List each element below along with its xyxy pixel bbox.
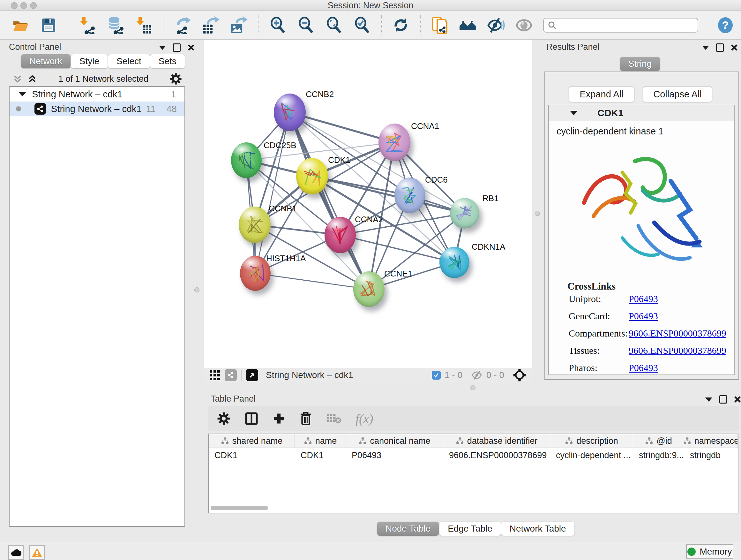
column-header-database-identifier[interactable]: database identifier xyxy=(443,434,550,448)
expand-all-button[interactable]: Expand All xyxy=(569,86,634,102)
panel-menu-icon[interactable] xyxy=(159,46,166,50)
column-header--id[interactable]: @id xyxy=(633,434,684,448)
column-header-name[interactable]: name xyxy=(295,434,346,448)
function-builder-icon[interactable]: f(x) xyxy=(355,411,374,426)
table-cell[interactable]: stringdb xyxy=(684,450,738,460)
right-splitter-handle[interactable] xyxy=(535,211,540,216)
node-table[interactable]: shared namenamecanonical namedatabase id… xyxy=(208,434,738,513)
grid-view-icon[interactable] xyxy=(209,370,220,381)
column-header-namespace[interactable]: namespace xyxy=(684,434,738,448)
tab-sets[interactable]: Sets xyxy=(150,54,185,68)
panel-menu-icon[interactable] xyxy=(702,46,709,50)
horizontal-scrollbar-thumb[interactable] xyxy=(211,506,268,510)
table-cell[interactable]: CDK1 xyxy=(295,450,346,460)
network-node-cdk1[interactable] xyxy=(296,158,328,194)
import-network-file-icon[interactable] xyxy=(78,16,96,34)
panel-close-icon[interactable] xyxy=(188,44,195,51)
network-node-cdc25b[interactable] xyxy=(231,142,262,178)
left-splitter-handle[interactable] xyxy=(194,287,199,293)
horizontal-splitter-handle[interactable] xyxy=(470,385,475,390)
import-table-file-icon[interactable] xyxy=(135,16,152,34)
home-pages-icon[interactable] xyxy=(459,16,477,34)
crosslink-link[interactable]: P06493 xyxy=(629,294,658,304)
column-header-description[interactable]: description xyxy=(550,434,633,448)
show-columns-icon[interactable] xyxy=(245,412,259,426)
tab-select[interactable]: Select xyxy=(108,54,150,68)
tab-network-table[interactable]: Network Table xyxy=(501,522,575,536)
selected-checkbox-icon[interactable] xyxy=(432,371,441,380)
panel-float-icon[interactable] xyxy=(173,44,181,52)
network-node-ccne1[interactable] xyxy=(353,271,385,307)
zoom-out-icon[interactable] xyxy=(297,16,315,34)
hide-results-eye-slash-icon[interactable] xyxy=(487,16,505,34)
help-button[interactable]: ? xyxy=(718,17,733,33)
network-row[interactable]: String Network – cdk1 11 48 xyxy=(10,102,185,116)
export-table-icon[interactable] xyxy=(202,16,219,34)
network-options-gear-icon[interactable] xyxy=(170,73,182,85)
column-header-canonical-name[interactable]: canonical name xyxy=(346,434,443,448)
delete-table-icon[interactable] xyxy=(326,413,341,424)
network-edge[interactable] xyxy=(255,112,290,273)
table-row[interactable]: CDK1CDK1P064939606.ENSP00000378699cyclin… xyxy=(209,448,738,462)
import-network-database-icon[interactable] xyxy=(107,16,125,34)
network-node-ccnb2[interactable] xyxy=(274,94,306,131)
zoom-fit-icon[interactable] xyxy=(325,16,343,34)
export-network-icon[interactable] xyxy=(174,16,192,34)
network-edge[interactable] xyxy=(255,273,369,289)
crosslink-link[interactable]: 9606.ENSP00000378699 xyxy=(629,345,726,356)
network-node-ccna1[interactable] xyxy=(379,124,410,161)
table-cell[interactable]: cyclin-dependent ... xyxy=(550,450,633,460)
table-cell[interactable]: 9606.ENSP00000378699 xyxy=(443,450,550,460)
network-edge[interactable] xyxy=(340,235,455,262)
panel-float-icon[interactable] xyxy=(719,395,727,403)
warning-button[interactable] xyxy=(29,545,45,560)
search-input[interactable] xyxy=(559,20,694,30)
apply-layout-refresh-icon[interactable] xyxy=(392,16,410,34)
table-cell[interactable]: P06493 xyxy=(346,450,443,460)
string-app-icon[interactable] xyxy=(431,16,449,34)
panel-menu-icon[interactable] xyxy=(705,397,712,401)
collapse-all-button[interactable]: Collapse All xyxy=(643,86,712,102)
tree-expander-icon[interactable] xyxy=(18,92,26,97)
detach-view-icon[interactable] xyxy=(246,369,258,381)
memory-button[interactable]: Memory xyxy=(686,544,733,559)
network-node-ccna2[interactable] xyxy=(325,217,356,253)
zoom-in-icon[interactable] xyxy=(269,16,286,34)
panel-close-icon[interactable] xyxy=(731,44,738,51)
table-cell[interactable]: stringdb:9... xyxy=(633,450,684,460)
export-image-icon[interactable] xyxy=(230,16,248,34)
crosslink-link[interactable]: P06493 xyxy=(629,311,658,321)
tab-style[interactable]: Style xyxy=(71,54,108,68)
delete-column-trash-icon[interactable] xyxy=(299,412,312,426)
search-box[interactable] xyxy=(543,18,698,33)
panel-float-icon[interactable] xyxy=(716,44,724,52)
tab-edge-table[interactable]: Edge Table xyxy=(440,522,501,536)
cloud-button[interactable] xyxy=(8,545,23,560)
expand-all-chevron-icon[interactable] xyxy=(27,74,37,84)
network-node-rb1[interactable] xyxy=(450,198,479,229)
tab-node-table[interactable]: Node Table xyxy=(377,522,439,536)
hidden-eye-slash-icon[interactable] xyxy=(472,370,483,380)
table-options-gear-icon[interactable] xyxy=(217,412,230,425)
section-expander-icon[interactable] xyxy=(570,111,578,115)
network-collection-row[interactable]: String Network – cdk1 1 xyxy=(10,87,185,102)
network-icon-badge[interactable] xyxy=(225,369,237,381)
gene-section-header[interactable]: CDK1 xyxy=(549,105,734,121)
network-node-cdc6[interactable] xyxy=(394,178,425,213)
network-node-cdkn1a[interactable] xyxy=(440,247,469,278)
add-column-icon[interactable] xyxy=(273,412,285,425)
network-view-canvas[interactable]: CCNB2CCNA1CDC25BCDK1CDC6RB1CCNB1CCNA2CDK… xyxy=(204,40,532,368)
show-results-eye-icon[interactable] xyxy=(515,16,533,34)
column-header-shared-name[interactable]: shared name xyxy=(209,434,295,448)
collapse-all-chevron-icon[interactable] xyxy=(13,74,22,84)
tab-string-results[interactable]: String xyxy=(620,57,660,71)
panel-close-icon[interactable] xyxy=(734,396,741,403)
zoom-selected-icon[interactable] xyxy=(353,16,371,34)
birds-eye-target-icon[interactable] xyxy=(513,368,527,382)
crosslink-link[interactable]: 9606.ENSP00000378699 xyxy=(629,328,726,339)
save-session-icon[interactable] xyxy=(40,16,57,34)
tab-network[interactable]: Network xyxy=(21,54,71,68)
network-node-ccnb1[interactable] xyxy=(239,206,271,243)
table-cell[interactable]: CDK1 xyxy=(209,450,295,460)
crosslink-link[interactable]: P06493 xyxy=(629,362,658,373)
